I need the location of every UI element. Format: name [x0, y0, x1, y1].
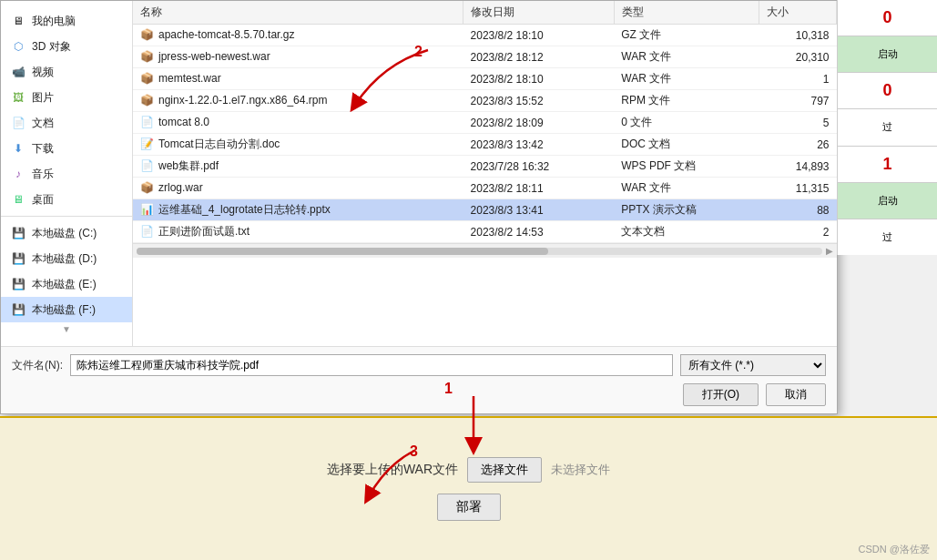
start-label-2: 启动 [878, 194, 898, 208]
sidebar-item-images[interactable]: 🖼 图片 [1, 85, 132, 110]
arrow-2-label: 2 [414, 44, 423, 60]
file-size-cell: 14,893 [759, 156, 836, 178]
sidebar-item-label: 图片 [32, 90, 54, 106]
sidebar-item-diske[interactable]: 💾 本地磁盘 (E:) [1, 271, 132, 297]
file-dialog-sidebar: 🖥 我的电脑 ⬡ 3D 对象 📹 视频 🖼 图片 📄 文档 ⬇ 下载 [1, 1, 133, 346]
right-cell-2: 1 [838, 147, 937, 183]
file-type-cell: 文本文档 [614, 221, 759, 243]
filetype-select[interactable]: 所有文件 (*.*) [680, 354, 826, 376]
choose-file-button[interactable]: 选择文件 [467, 457, 542, 483]
sidebar-item-desktop[interactable]: 🖥 桌面 [1, 187, 132, 212]
file-name-cell[interactable]: 📄web集群.pdf [133, 156, 463, 178]
right-cell-1: 0 [838, 73, 937, 109]
right-cell-0: 0 [838, 0, 937, 36]
arrow-3-label: 3 [410, 443, 418, 460]
file-name-cell[interactable]: 📝Tomcat日志自动分割.doc [133, 134, 463, 156]
sidebar-item-diskd[interactable]: 💾 本地磁盘 (D:) [1, 246, 132, 271]
diskf-icon: 💾 [10, 301, 26, 318]
sidebar-item-label: 视频 [32, 65, 54, 80]
right-panel: 0 启动 0 过 1 启动 过 [837, 0, 937, 255]
diskd-icon: 💾 [10, 250, 26, 267]
file-size-cell: 2 [759, 221, 836, 243]
col-name[interactable]: 名称 [133, 1, 463, 25]
file-type-cell: WPS PDF 文档 [614, 156, 759, 178]
video-icon: 📹 [10, 64, 26, 80]
music-icon: ♪ [10, 166, 26, 182]
file-size-cell: 5 [759, 112, 836, 134]
file-date-cell: 2023/8/2 18:09 [463, 112, 615, 134]
diske-icon: 💾 [10, 276, 26, 292]
sidebar-item-label: 本地磁盘 (F:) [32, 302, 96, 318]
sidebar-item-label: 下载 [32, 141, 54, 157]
sidebar-item-downloads[interactable]: ⬇ 下载 [1, 136, 132, 161]
file-size-cell: 797 [759, 90, 836, 112]
start-label-1: 启动 [878, 47, 898, 61]
deploy-button[interactable]: 部署 [437, 494, 501, 521]
computer-icon: 🖥 [10, 13, 26, 29]
file-type-cell: WAR 文件 [614, 178, 759, 199]
cancel-button[interactable]: 取消 [766, 383, 826, 406]
right-cell-start2[interactable]: 启动 [838, 183, 937, 219]
bottom-upload-section: 选择要上传的WAR文件 选择文件 未选择文件 部署 [0, 416, 937, 560]
3d-icon: ⬡ [10, 38, 26, 55]
dialog-footer: 文件名(N): 所有文件 (*.*) 打开(O) 取消 [1, 346, 837, 413]
col-type[interactable]: 类型 [614, 1, 759, 25]
filename-label: 文件名(N): [12, 358, 63, 373]
file-type-cell: WAR 文件 [614, 46, 759, 68]
file-name-cell[interactable]: 📦nginx-1.22.0-1.el7.ngx.x86_64.rpm [133, 90, 463, 112]
watermark: CSDN @洛佐爱 [859, 543, 930, 556]
file-name-cell[interactable]: 📄tomcat 8.0 [133, 112, 463, 134]
open-button[interactable]: 打开(O) [683, 383, 759, 406]
filename-input[interactable] [70, 354, 673, 376]
file-size-cell: 10,318 [759, 25, 836, 46]
file-date-cell: 2023/8/3 15:52 [463, 90, 615, 112]
file-size-cell: 88 [759, 199, 836, 221]
cell-number-1: 0 [882, 81, 891, 100]
sidebar-item-diskc[interactable]: 💾 本地磁盘 (C:) [1, 220, 132, 246]
file-name-cell[interactable]: 📄正则进阶面试题.txt [133, 221, 463, 243]
file-date-cell: 2023/8/2 18:12 [463, 46, 615, 68]
file-name-cell[interactable]: 📊运维基础_4_logrotate日志轮转.pptx [133, 199, 463, 221]
diskc-icon: 💾 [10, 225, 26, 241]
file-table: 名称 修改日期 类型 大小 📦apache-tomcat-8.5.70.tar.… [133, 1, 837, 243]
file-date-cell: 2023/8/2 18:10 [463, 68, 615, 90]
file-name-cell[interactable]: 📦apache-tomcat-8.5.70.tar.gz [133, 25, 463, 46]
no-file-text: 未选择文件 [551, 462, 610, 478]
sidebar-item-documents[interactable]: 📄 文档 [1, 110, 132, 136]
sidebar-item-music[interactable]: ♪ 音乐 [1, 161, 132, 187]
file-name-cell[interactable]: 📦memtest.war [133, 68, 463, 90]
sidebar-item-label: 音乐 [32, 167, 54, 182]
cell-text-guo1: 过 [882, 120, 892, 134]
file-date-cell: 2023/8/3 13:41 [463, 199, 615, 221]
file-size-cell: 26 [759, 134, 836, 156]
cell-number-2: 1 [882, 155, 891, 174]
sidebar-item-label: 文档 [32, 116, 54, 131]
sidebar-item-label: 我的电脑 [32, 14, 76, 29]
file-type-cell: RPM 文件 [614, 90, 759, 112]
file-date-cell: 2023/8/3 13:42 [463, 134, 615, 156]
col-date[interactable]: 修改日期 [463, 1, 615, 25]
sidebar-item-3dobjects[interactable]: ⬡ 3D 对象 [1, 34, 132, 59]
file-date-cell: 2023/8/2 14:53 [463, 221, 615, 243]
sidebar-item-label: 桌面 [32, 192, 54, 208]
file-type-cell: WAR 文件 [614, 68, 759, 90]
right-cell-start1[interactable]: 启动 [838, 36, 937, 73]
sidebar-item-label: 本地磁盘 (D:) [32, 251, 97, 267]
file-name-cell[interactable]: 📦zrlog.war [133, 178, 463, 199]
right-cell-guo1: 过 [838, 109, 937, 146]
file-list-area: 名称 修改日期 类型 大小 📦apache-tomcat-8.5.70.tar.… [133, 1, 837, 346]
right-cell-guo2: 过 [838, 219, 937, 255]
file-size-cell: 11,315 [759, 178, 836, 199]
sidebar-item-mycomputer[interactable]: 🖥 我的电脑 [1, 8, 132, 34]
file-size-cell: 20,310 [759, 46, 836, 68]
col-size[interactable]: 大小 [759, 1, 836, 25]
file-size-cell: 1 [759, 68, 836, 90]
cell-text-guo2: 过 [882, 230, 892, 244]
file-date-cell: 2023/7/28 16:32 [463, 156, 615, 178]
file-date-cell: 2023/8/2 18:10 [463, 25, 615, 46]
sidebar-item-label: 本地磁盘 (E:) [32, 277, 97, 292]
file-type-cell: DOC 文档 [614, 134, 759, 156]
file-type-cell: 0 文件 [614, 112, 759, 134]
sidebar-item-diskf[interactable]: 💾 本地磁盘 (F:) [1, 297, 132, 322]
sidebar-item-video[interactable]: 📹 视频 [1, 59, 132, 85]
